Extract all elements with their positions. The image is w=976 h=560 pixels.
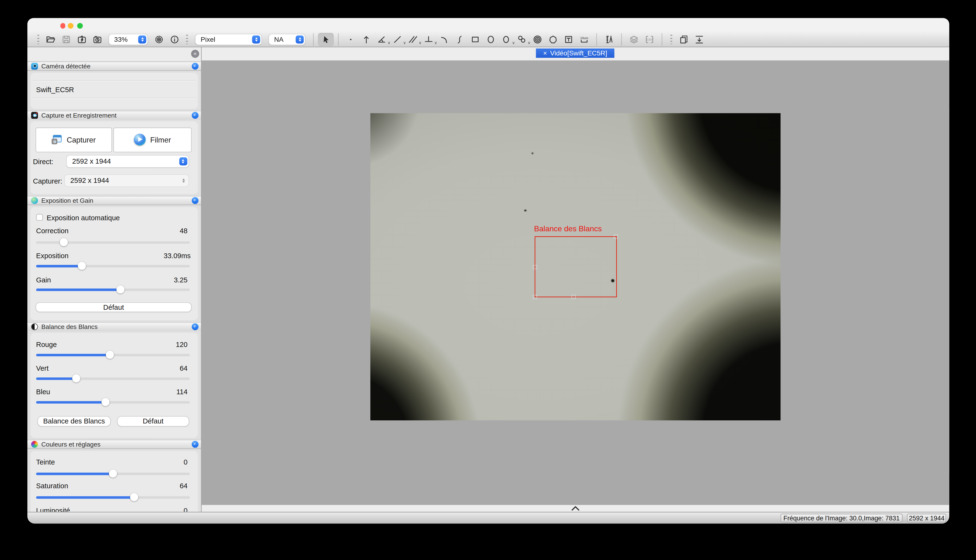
panel-header-capture[interactable]: Capture et Enregistrement » (28, 111, 201, 120)
cursor-tool[interactable] (318, 33, 334, 46)
roi-handle[interactable] (533, 295, 537, 299)
main-area: × Vidéo[Swift_EC5R] Balance des Blancs (202, 47, 949, 512)
camera-timer-icon[interactable] (90, 33, 105, 46)
point-tool[interactable] (343, 33, 359, 46)
correction-slider[interactable] (36, 238, 190, 247)
arrow-tool[interactable] (359, 33, 374, 46)
chevron-up-icon[interactable]: » (192, 323, 199, 330)
na-select[interactable]: NA (269, 34, 305, 45)
parallel-lines-tool[interactable]: ∨ (405, 33, 421, 46)
csv-icon[interactable]: CSV (642, 33, 658, 46)
blue-label: Bleu (36, 388, 50, 395)
blue-slider[interactable] (36, 398, 190, 407)
camera-capture-icon[interactable] (74, 33, 90, 46)
tab-close-icon[interactable]: × (543, 49, 547, 57)
concentric-circles-tool[interactable] (530, 33, 546, 46)
roi-handle[interactable] (614, 235, 618, 239)
stepper-icon (182, 178, 185, 183)
collapse-left-icon: « (194, 51, 197, 57)
slider-thumb[interactable] (60, 238, 68, 247)
dust-speck (531, 153, 533, 154)
linked-circles-tool[interactable]: ∨ (515, 33, 530, 46)
capture-resolution-select[interactable]: 2592 x 1944 (65, 175, 189, 187)
panel-title-colors: Couleurs et réglages (41, 441, 100, 448)
hue-slider[interactable] (36, 470, 190, 478)
capture-button[interactable]: Capturer (35, 127, 112, 152)
panel-title-capture: Capture et Enregistrement (41, 112, 117, 119)
sidebar-collapse-button[interactable]: « (191, 50, 199, 58)
minimize-window-button[interactable] (68, 23, 74, 28)
correction-label: Correction (36, 227, 69, 234)
save-icon[interactable] (59, 33, 74, 46)
panel-header-colors[interactable]: Couleurs et réglages » (28, 440, 201, 449)
exposure-default-button[interactable]: Défaut (35, 302, 192, 312)
slider-thumb[interactable] (72, 375, 81, 383)
curve-tool[interactable] (452, 33, 468, 46)
tabstrip: × Vidéo[Swift_EC5R] (202, 47, 949, 61)
slider-thumb[interactable] (116, 286, 124, 294)
camera-device-name[interactable]: Swift_EC5R (36, 86, 74, 93)
slider-thumb[interactable] (109, 470, 117, 478)
direct-resolution-select[interactable]: 2592 x 1944 (67, 155, 189, 167)
slider-thumb[interactable] (78, 262, 86, 270)
info-icon[interactable] (167, 33, 183, 46)
line-tool[interactable]: ∨ (390, 33, 406, 46)
titlebar[interactable] (28, 18, 949, 33)
saturation-slider[interactable] (36, 493, 190, 502)
polygon-tool[interactable] (545, 33, 561, 46)
export-icon[interactable] (692, 33, 707, 46)
measure-tools-icon[interactable] (602, 33, 617, 46)
slider-thumb[interactable] (105, 351, 114, 359)
chevron-up-icon[interactable]: » (192, 63, 199, 70)
chevron-up-icon[interactable]: » (192, 441, 199, 448)
chevron-up-icon[interactable]: » (192, 112, 199, 119)
auto-exposure-checkbox[interactable] (36, 214, 43, 221)
video-tab[interactable]: × Vidéo[Swift_EC5R] (536, 48, 614, 58)
zoom-select[interactable]: 33% (109, 34, 148, 45)
toolbar-drag-handle (186, 35, 188, 44)
white-balance-default-button[interactable]: Défaut (117, 416, 189, 427)
rectangle-tool[interactable] (468, 33, 483, 46)
collapse-bottom-strip[interactable] (202, 505, 949, 512)
stepper-icon (296, 35, 304, 43)
arc-tool[interactable] (436, 33, 452, 46)
panel-header-camera[interactable]: Caméra détectée » (28, 62, 201, 71)
capture-icon (52, 135, 62, 145)
roi-handle[interactable] (572, 295, 576, 299)
panel-body-exposure: Exposition automatique Correction 48 Exp… (28, 205, 201, 322)
resolution-status: 2592 x 1944 (907, 513, 946, 523)
red-slider[interactable] (36, 351, 190, 359)
chevron-up-icon[interactable]: » (192, 197, 199, 204)
aperture-icon[interactable] (152, 33, 167, 46)
panel-header-exposure[interactable]: Exposition et Gain » (28, 196, 201, 205)
open-file-icon[interactable] (43, 33, 59, 46)
close-window-button[interactable] (60, 23, 65, 28)
toolbar-items: 33%PixelNA∨∨∨∨∨∨10umCSV (28, 32, 949, 47)
roi-handle[interactable] (533, 265, 537, 269)
panel-header-white-balance[interactable]: Balance des Blancs » (28, 322, 201, 332)
slider-thumb[interactable] (102, 398, 110, 407)
ellipse-tool[interactable] (483, 33, 499, 46)
scalebar-tool[interactable]: 10um (577, 33, 592, 46)
text-tool[interactable] (561, 33, 577, 46)
copy-icon[interactable] (676, 33, 692, 46)
white-balance-roi-rect[interactable] (535, 236, 617, 298)
hue-label: Teinte (36, 458, 55, 466)
exposure-value: 33.09ms (164, 252, 191, 259)
perpendicular-tool[interactable]: ∨ (421, 33, 436, 46)
exposure-slider[interactable] (36, 262, 190, 270)
stepper-icon (179, 157, 187, 165)
auto-exposure-label: Exposition automatique (47, 214, 120, 222)
record-button[interactable]: Filmer (114, 127, 192, 152)
angle-tool[interactable]: ∨ (374, 33, 390, 46)
gain-slider[interactable] (36, 286, 190, 294)
green-slider[interactable] (36, 375, 190, 383)
white-balance-button[interactable]: Balance des Blancs (37, 416, 111, 427)
slider-thumb[interactable] (130, 493, 138, 502)
ellipse-alt-tool[interactable]: ∨ (499, 33, 515, 46)
unit-select[interactable]: Pixel (196, 34, 262, 45)
direct-label: Direct: (33, 158, 53, 165)
zoom-window-button[interactable] (77, 23, 83, 28)
layers-icon[interactable] (626, 33, 642, 46)
toolbar-separator (597, 33, 597, 45)
